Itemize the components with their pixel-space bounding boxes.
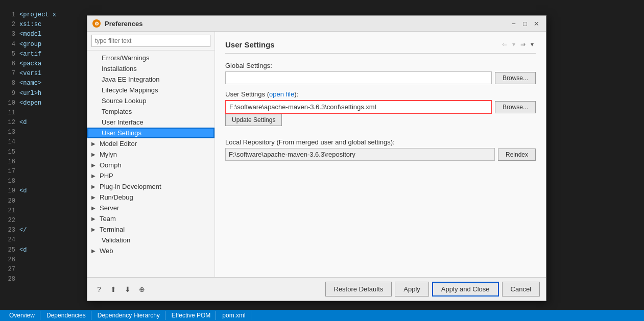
nav-back-dropdown-button[interactable]: ▾ [510,40,517,49]
tree-item-label: Mylyn [100,151,117,158]
tree-item-label: Templates [102,108,132,115]
tree-item-templates[interactable]: Templates [87,106,214,117]
tree-item-oomph[interactable]: ▶ Oomph [87,160,214,170]
global-settings-section: Global Settings: Browse... [225,62,536,84]
status-tab-effective-pom[interactable]: Effective POM [166,311,216,320]
dialog-title: Preferences [105,20,505,28]
expand-icon: ▶ [91,248,98,254]
tree-area: Errors/Warnings Installations Java EE In… [87,51,214,277]
status-bar: Overview Dependencies Dependency Hierarc… [0,310,644,321]
global-settings-label: Global Settings: [225,62,536,69]
panel-title: User Settings [225,40,275,49]
status-tab-dependencies[interactable]: Dependencies [41,311,91,320]
filter-input[interactable] [91,35,210,47]
tree-item-user-settings[interactable]: User Settings [87,128,214,138]
local-repo-section: Local Repository (From merged user and g… [225,138,536,161]
apply-button[interactable]: Apply [395,282,429,297]
expand-icon: ▶ [91,205,98,211]
tree-item-label: Installations [102,65,137,72]
panel-header: User Settings ⇐ ▾ ⇒ ▾ [225,40,536,54]
tree-item-label: Server [100,204,119,212]
link-button[interactable]: ⊕ [136,284,148,295]
tree-item-label: Errors/Warnings [102,54,149,62]
preferences-dialog: ⚙ Preferences − □ ✕ Errors/Warnings [87,15,546,301]
apply-close-button[interactable]: Apply and Close [432,282,499,297]
help-button[interactable]: ? [93,284,105,295]
nav-back-button[interactable]: ⇐ [500,40,509,49]
nav-forward-button[interactable]: ⇒ [518,40,528,49]
tree-item-server[interactable]: ▶ Server [87,203,214,213]
status-tab-pom-xml[interactable]: pom.xml [217,311,251,320]
footer-left-icons: ? ⬆ ⬇ ⊕ [93,284,148,295]
update-settings-button[interactable]: Update Settings [225,114,282,126]
tree-item-team[interactable]: ▶ Team [87,213,214,224]
dialog-footer: ? ⬆ ⬇ ⊕ Restore Defaults Apply Apply and… [87,277,546,301]
local-repo-row: Reindex [225,148,536,161]
left-panel: Errors/Warnings Installations Java EE In… [87,32,215,277]
tree-item-terminal[interactable]: ▶ Terminal [87,224,214,235]
user-settings-input[interactable] [225,100,492,114]
nav-forward-dropdown-button[interactable]: ▾ [529,40,536,49]
tree-item-source-lookup[interactable]: Source Lookup [87,95,214,106]
tree-item-javaee[interactable]: Java EE Integration [87,74,214,85]
tree-item-label: Plug-in Development [100,183,161,190]
dialog-icon: ⚙ [92,19,101,28]
expand-icon: ▶ [91,152,98,157]
expand-icon: ▶ [91,194,98,200]
restore-defaults-button[interactable]: Restore Defaults [325,282,392,297]
status-tab-overview[interactable]: Overview [4,311,40,320]
tree-item-label: Web [100,247,113,255]
user-browse-button[interactable]: Browse... [495,101,536,113]
expand-icon: ▶ [91,216,98,221]
tree-item-label: Model Editor [100,140,137,147]
status-tab-dep-hierarchy[interactable]: Dependency Hierarchy [92,311,165,320]
tree-item-web[interactable]: ▶ Web [87,245,214,256]
close-button[interactable]: ✕ [532,19,541,28]
tree-item-user-interface[interactable]: User Interface [87,117,214,128]
tree-item-php[interactable]: ▶ PHP [87,170,214,181]
user-settings-section: User Settings (open file): Browse... Upd… [225,90,536,126]
tree-item-label: Oomph [100,161,122,169]
tree-item-label: Lifecycle Mappings [102,86,158,94]
title-bar-controls: − □ ✕ [509,19,541,28]
expand-icon: ▶ [91,141,98,146]
nav-arrows: ⇐ ▾ ⇒ ▾ [500,40,536,49]
tree-item-label: Team [100,215,116,223]
global-settings-input[interactable] [225,71,492,84]
import-button[interactable]: ⬇ [122,284,133,295]
tree-item-label: Run/Debug [100,193,133,201]
tree-item-errors-warnings[interactable]: Errors/Warnings [87,53,214,63]
maximize-button[interactable]: □ [520,19,530,28]
reindex-button[interactable]: Reindex [498,149,536,161]
right-panel: User Settings ⇐ ▾ ⇒ ▾ Global Settings: B… [215,32,546,277]
open-file-link[interactable]: open file [269,90,294,98]
expand-icon: ▶ [91,184,98,189]
footer-right-buttons: Restore Defaults Apply Apply and Close C… [325,282,540,297]
tree-item-label: User Settings [102,129,141,137]
tree-item-run-debug[interactable]: ▶ Run/Debug [87,192,214,203]
editor-background: 1<project x 2 xsi:sc 3 <model 4 <group 5… [0,0,644,321]
tree-item-label: PHP [100,172,113,180]
tree-item-label: Validation [102,236,130,244]
tree-item-validation[interactable]: Validation [87,235,214,245]
tree-item-label: Terminal [100,226,125,233]
tree-item-installations[interactable]: Installations [87,63,214,74]
minimize-button[interactable]: − [509,19,518,28]
tree-item-label: User Interface [102,118,144,126]
user-settings-row: Browse... [225,100,536,114]
expand-icon: ▶ [91,227,98,232]
local-repo-input [225,148,495,161]
filter-wrap [87,32,214,51]
tree-item-model-editor[interactable]: ▶ Model Editor [87,138,214,149]
dialog-body: Errors/Warnings Installations Java EE In… [87,32,546,277]
tree-item-label: Java EE Integration [102,76,159,83]
tree-item-plugin-dev[interactable]: ▶ Plug-in Development [87,181,214,192]
expand-icon: ▶ [91,173,98,179]
local-repo-label: Local Repository (From merged user and g… [225,138,536,146]
export-button[interactable]: ⬆ [108,284,119,295]
tree-item-mylyn[interactable]: ▶ Mylyn [87,149,214,160]
tree-item-label: Source Lookup [102,97,146,105]
global-browse-button[interactable]: Browse... [495,72,536,84]
cancel-button[interactable]: Cancel [502,282,540,297]
tree-item-lifecycle[interactable]: Lifecycle Mappings [87,85,214,95]
